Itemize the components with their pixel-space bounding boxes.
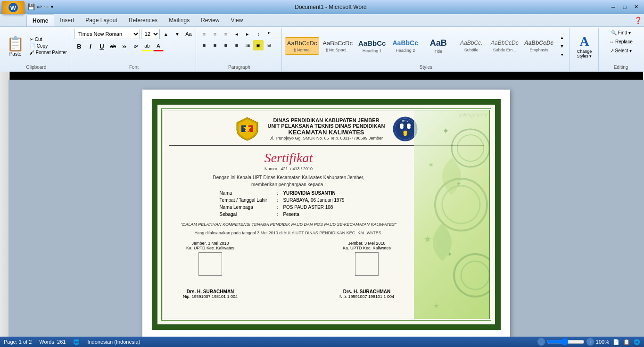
change-styles-icon: A (579, 34, 589, 49)
find-icon: 🔍 (611, 30, 617, 35)
field-label-sebagai: Sebagai (218, 211, 274, 217)
cert-sig-right-citydate: Jember, 3 Mei 2010 (339, 241, 394, 246)
copy-icon: 📄 (30, 43, 35, 49)
bold-btn[interactable]: B (74, 41, 84, 51)
view-print-btn[interactable]: 📋 (623, 339, 630, 345)
select-button[interactable]: ↗ Select ▾ (607, 47, 635, 55)
document-page: galeriguru.net ✦ ★ ✦ (142, 90, 510, 337)
cert-statement2: Yang dilaksanakan pada tanggal 3 Mei 201… (169, 231, 408, 235)
font-size-down-btn[interactable]: ▼ (172, 29, 182, 39)
tab-insert[interactable]: Insert (54, 14, 80, 26)
tab-mailings[interactable]: Mailings (163, 14, 195, 26)
paragraph-label: Paragraph (197, 65, 281, 70)
view-web-btn[interactable]: 🌐 (634, 339, 640, 345)
text-highlight-btn[interactable]: ab (142, 41, 152, 51)
view-normal-btn[interactable]: 📄 (613, 339, 619, 345)
cert-sig-left-title: Ka. UPTD Kec. Kaliwates (183, 246, 238, 250)
zoom-out-btn[interactable]: − (537, 338, 545, 346)
tab-page-layout[interactable]: Page Layout (80, 14, 123, 26)
style-subtle-em-preview: AaBbCcDc (491, 40, 519, 46)
line-spacing-btn[interactable]: ↕≡ (242, 40, 253, 50)
style-heading1[interactable]: AaBbCc Heading 1 (356, 37, 388, 56)
field-label-nama: Nama (218, 190, 274, 196)
superscript-btn[interactable]: x² (131, 41, 141, 51)
document-area[interactable]: galeriguru.net ✦ ★ ✦ (8, 80, 644, 337)
maximize-btn[interactable]: □ (619, 2, 630, 12)
align-left-btn[interactable]: ≡ (199, 40, 209, 50)
style-subtitle[interactable]: AaBbCc. Subtitle (455, 37, 487, 54)
ribbon-tabs: Home Insert Page Layout References Maili… (0, 14, 644, 26)
ribbon-help-btn[interactable]: ❓ (634, 17, 642, 24)
styles-scroll-down[interactable]: ▼ (557, 42, 567, 50)
subscript-btn[interactable]: x₂ (119, 41, 130, 51)
border-btn[interactable]: ⊞ (264, 40, 274, 50)
align-right-btn[interactable]: ≡ (221, 40, 231, 50)
field-value-nama: YURIDVIDIA SUSANTIN (281, 190, 359, 196)
clear-format-btn[interactable]: Aa (183, 29, 194, 39)
cert-header-line1: DINAS PENDIDIKAN KABUPATEN JEMBER (268, 117, 385, 123)
multilevel-btn[interactable]: ≡ (221, 29, 231, 39)
clipboard-label: Clipboard (2, 65, 71, 70)
decrease-indent-btn[interactable]: ◂ (231, 29, 242, 39)
strikethrough-btn[interactable]: ab (108, 41, 118, 51)
tab-view[interactable]: View (225, 14, 249, 26)
style-emphasis[interactable]: AaBbCcDc Emphasis (522, 37, 556, 54)
close-btn[interactable]: ✕ (631, 2, 641, 12)
copy-button[interactable]: 📄 Copy (28, 43, 69, 49)
zoom-slider[interactable] (547, 339, 585, 345)
font-size-select[interactable]: 12 (141, 29, 160, 39)
office-button[interactable]: W (2, 1, 25, 14)
minimize-btn[interactable]: ─ (608, 2, 619, 12)
style-heading2[interactable]: AaBbCc Heading 2 (389, 37, 421, 55)
cut-icon: ✂ (30, 37, 33, 42)
status-language-icon: 🌐 (73, 339, 80, 345)
show-hide-btn[interactable]: ¶ (264, 29, 274, 39)
style-title[interactable]: AaB Title (422, 36, 454, 57)
shading-btn[interactable]: ▣ (253, 40, 264, 50)
find-button[interactable]: 🔍 Find ▾ (608, 29, 634, 37)
tab-references[interactable]: References (123, 14, 163, 26)
justify-btn[interactable]: ≡ (231, 40, 242, 50)
font-group-content: Times New Roman 12 ▲ ▼ Aa B I U ab x₂ x² (74, 29, 194, 70)
quick-access-dropdown[interactable]: ▾ (51, 4, 53, 9)
ruler-svg (9, 72, 643, 80)
style-subtitle-label: Subtitle (464, 48, 479, 52)
style-emphasis-preview: AaBbCcDc (524, 40, 553, 46)
paste-button[interactable]: 📋 Paste (4, 35, 27, 58)
zoom-in-btn[interactable]: + (586, 338, 594, 346)
increase-indent-btn[interactable]: ▸ (242, 29, 253, 39)
save-quick-btn[interactable]: 💾 (27, 3, 35, 10)
undo-quick-btn[interactable]: ↩ (37, 3, 42, 10)
style-no-spacing[interactable]: AaBbCcDc ¶ No Spaci... (320, 37, 355, 55)
align-center-btn[interactable]: ≡ (210, 40, 220, 50)
certificate-border: galeriguru.net ✦ ★ ✦ (152, 99, 501, 330)
format-painter-button[interactable]: 🖌 Format Painter (28, 50, 69, 56)
replace-button[interactable]: ↔ Replace (606, 38, 635, 46)
change-styles-group: A ChangeStyles ▾ (570, 28, 599, 71)
style-normal[interactable]: AaBbCcDc ¶ Normal (285, 37, 319, 55)
tab-home[interactable]: Home (26, 14, 54, 26)
svg-point-23 (404, 131, 407, 134)
bullets-btn[interactable]: ≡ (199, 29, 209, 39)
font-size-up-btn[interactable]: ▲ (161, 29, 171, 39)
styles-scroll-up[interactable]: ▲ (557, 33, 567, 42)
font-name-select[interactable]: Times New Roman (74, 29, 140, 39)
styles-gallery: AaBbCcDc ¶ Normal AaBbCcDc ¶ No Spaci...… (285, 29, 567, 70)
svg-point-5 (457, 135, 484, 161)
zoom-controls: − + 100% (537, 338, 609, 346)
italic-btn[interactable]: I (85, 41, 96, 51)
text-color-btn[interactable]: A (153, 41, 164, 51)
numbering-btn[interactable]: ≡ (210, 29, 220, 39)
underline-btn[interactable]: U (97, 41, 107, 51)
cut-button[interactable]: ✂ Cut (28, 36, 69, 42)
svg-text:★: ★ (423, 234, 432, 244)
cert-signature-area: Jember, 3 Mei 2010 Ka. UPTD Kec. Kaliwat… (169, 241, 408, 299)
change-styles-button[interactable]: A ChangeStyles ▾ (573, 32, 595, 60)
cert-logo-1 (234, 116, 260, 142)
style-subtle-em[interactable]: AaBbCcDc Subtle Em... (488, 37, 521, 54)
tab-review[interactable]: Review (195, 14, 225, 26)
sort-btn[interactable]: ↕ (253, 29, 264, 39)
styles-more-btn[interactable]: ▾ (557, 50, 567, 59)
redo-quick-btn[interactable]: ↪ (44, 3, 49, 10)
styles-group: AaBbCcDc ¶ Normal AaBbCcDc ¶ No Spaci...… (283, 28, 570, 71)
